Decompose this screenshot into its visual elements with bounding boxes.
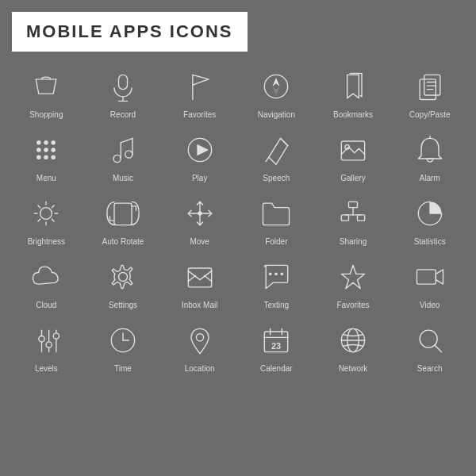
svg-line-41 bbox=[52, 205, 55, 208]
icon-music[interactable]: Music bbox=[85, 123, 162, 186]
icon-sharing[interactable]: Sharing bbox=[315, 186, 392, 250]
svg-point-19 bbox=[44, 155, 49, 159]
icon-navigation[interactable]: Navigation bbox=[238, 60, 315, 123]
svg-point-58 bbox=[274, 273, 278, 276]
svg-point-17 bbox=[52, 148, 56, 152]
svg-point-81 bbox=[420, 330, 437, 347]
svg-rect-48 bbox=[341, 215, 348, 221]
icon-settings[interactable]: Settings bbox=[85, 250, 162, 313]
svg-point-12 bbox=[36, 140, 41, 145]
icon-gallery[interactable]: Gallery bbox=[315, 123, 392, 186]
svg-point-21 bbox=[113, 155, 121, 162]
icon-record[interactable]: Record bbox=[85, 60, 162, 123]
header: MOBILE APPS ICONS bbox=[0, 0, 476, 60]
svg-marker-62 bbox=[436, 270, 443, 284]
icon-alarm[interactable]: Alarm bbox=[391, 123, 468, 186]
icon-move[interactable]: Move bbox=[161, 186, 238, 250]
svg-point-67 bbox=[46, 342, 52, 347]
svg-point-14 bbox=[52, 140, 56, 145]
svg-line-40 bbox=[52, 219, 55, 221]
svg-point-18 bbox=[36, 155, 41, 159]
icon-inboxmail[interactable]: Inbox Mail bbox=[161, 250, 238, 313]
svg-marker-5 bbox=[273, 78, 280, 86]
icon-bookmarks[interactable]: Bookmarks bbox=[315, 60, 392, 123]
svg-rect-49 bbox=[357, 215, 364, 221]
icon-speech[interactable]: Speech bbox=[238, 123, 315, 186]
svg-marker-6 bbox=[273, 86, 280, 95]
svg-point-34 bbox=[40, 208, 52, 220]
icon-cloud[interactable]: Cloud bbox=[8, 250, 85, 313]
svg-marker-60 bbox=[341, 265, 364, 288]
svg-line-82 bbox=[435, 345, 441, 351]
icon-play[interactable]: Play bbox=[161, 123, 238, 186]
icon-search[interactable]: Search bbox=[391, 313, 468, 377]
icon-menu[interactable]: Menu bbox=[8, 123, 85, 186]
svg-line-25 bbox=[121, 138, 132, 143]
svg-point-13 bbox=[44, 140, 49, 145]
icon-copypaste[interactable]: Copy/Paste bbox=[391, 60, 468, 123]
icon-texting[interactable]: Texting bbox=[238, 250, 315, 313]
svg-point-15 bbox=[36, 148, 41, 152]
svg-line-39 bbox=[38, 205, 40, 208]
svg-point-20 bbox=[52, 155, 56, 159]
icon-levels[interactable]: Levels bbox=[8, 313, 85, 377]
page-title: MOBILE APPS ICONS bbox=[26, 21, 233, 42]
svg-text:23: 23 bbox=[271, 341, 281, 351]
icon-shopping[interactable]: Shopping bbox=[8, 60, 85, 123]
icon-favorites-flag[interactable]: Favorites bbox=[161, 60, 238, 123]
svg-point-16 bbox=[44, 148, 49, 152]
svg-point-59 bbox=[281, 273, 284, 276]
svg-point-68 bbox=[53, 333, 59, 339]
svg-line-29 bbox=[266, 157, 269, 162]
svg-line-42 bbox=[38, 219, 40, 221]
svg-rect-54 bbox=[188, 268, 211, 287]
svg-point-57 bbox=[269, 273, 272, 276]
svg-line-56 bbox=[204, 275, 211, 281]
svg-rect-61 bbox=[416, 270, 436, 284]
icon-statistics[interactable]: Statistics bbox=[391, 186, 468, 250]
svg-point-72 bbox=[196, 334, 203, 341]
svg-point-66 bbox=[39, 336, 44, 342]
svg-point-46 bbox=[198, 211, 202, 216]
icons-grid: Shopping Record Favorites bbox=[0, 60, 476, 377]
svg-line-55 bbox=[188, 275, 195, 281]
svg-rect-8 bbox=[424, 75, 440, 95]
icon-video[interactable]: Video bbox=[391, 250, 468, 313]
icon-brightness[interactable]: Brightness bbox=[8, 186, 85, 250]
icon-folder[interactable]: Folder bbox=[238, 186, 315, 250]
svg-point-53 bbox=[118, 273, 127, 282]
svg-rect-47 bbox=[348, 202, 357, 207]
icon-calendar[interactable]: 23 Calendar bbox=[238, 313, 315, 377]
icon-autorotate[interactable]: Auto Rotate bbox=[85, 186, 162, 250]
icon-time[interactable]: Time bbox=[85, 313, 162, 377]
svg-marker-27 bbox=[197, 144, 209, 156]
svg-rect-43 bbox=[114, 203, 132, 225]
svg-point-22 bbox=[125, 151, 132, 158]
svg-rect-0 bbox=[118, 75, 127, 89]
icon-network[interactable]: Network bbox=[315, 313, 392, 377]
icon-location[interactable]: Location bbox=[161, 313, 238, 377]
icon-favorites-star[interactable]: Favorites bbox=[315, 250, 392, 313]
